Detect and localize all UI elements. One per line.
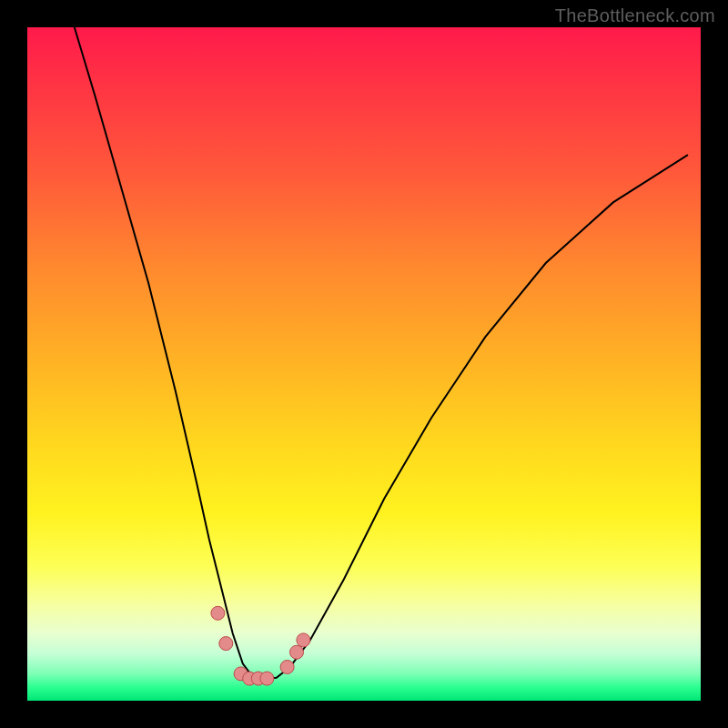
marker-group: [211, 606, 310, 685]
chart-stage: TheBottleneck.com: [0, 0, 728, 728]
data-marker: [297, 633, 310, 647]
data-marker: [219, 637, 233, 651]
plot-area: [27, 27, 701, 701]
watermark-text: TheBottleneck.com: [555, 5, 715, 26]
data-marker: [260, 672, 274, 685]
curve-layer: [27, 27, 701, 701]
bottleneck-curve: [75, 27, 687, 679]
data-marker: [211, 606, 225, 620]
data-marker: [280, 661, 294, 674]
data-marker: [290, 645, 304, 659]
